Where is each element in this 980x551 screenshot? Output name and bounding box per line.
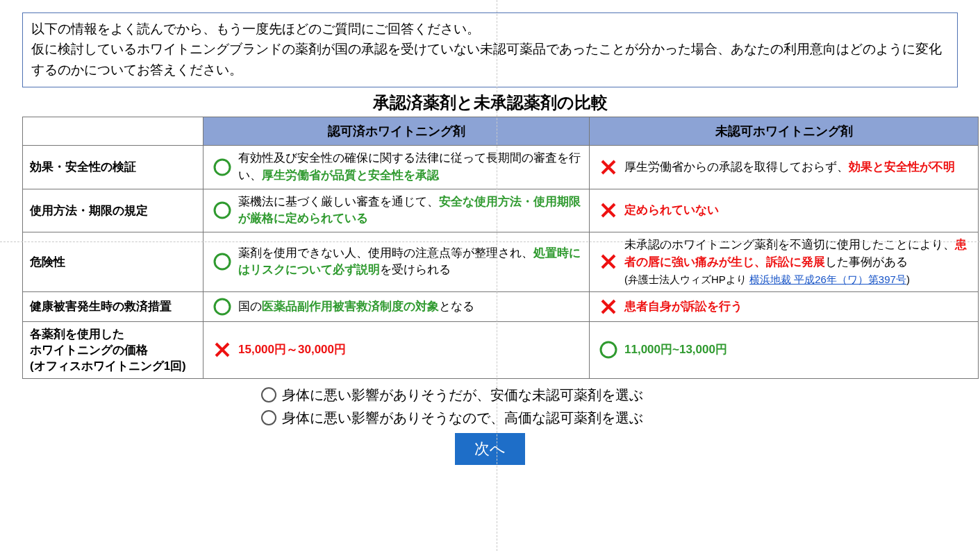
cell-relief-approved: 国の医薬品副作用被害救済制度の対象となる <box>210 296 582 317</box>
page: 以下の情報をよく読んでから、もう一度先ほどのご質問にご回答ください。 仮に検討し… <box>0 0 980 551</box>
header-approved: 認可済ホワイトニング剤 <box>204 117 590 146</box>
comparison-title: 承認済薬剤と未承認薬剤の比較 <box>22 92 958 114</box>
comparison-table: 認可済ホワイトニング剤 未認可ホワイトニング剤 効果・安全性の検証 有効性及び安… <box>22 117 979 379</box>
svg-point-0 <box>215 160 230 175</box>
cell-danger-unapproved: 未承認のホワイトニング薬剤を不適切に使用したことにより、患者の唇に強い痛みが生じ… <box>597 237 971 287</box>
svg-point-3 <box>215 299 230 314</box>
circle-icon <box>597 339 620 360</box>
cell-text: 定められていない <box>624 202 971 219</box>
cross-icon <box>597 297 620 316</box>
cell-text: 11,000円~13,000円 <box>624 341 971 359</box>
option-cheap-unapproved[interactable]: 身体に悪い影響がありそうだが、安価な未認可薬剤を選ぶ <box>261 386 720 405</box>
row-label-efficacy: 効果・安全性の検証 <box>23 146 204 189</box>
cell-text: 患者自身が訴訟を行う <box>624 298 971 316</box>
svg-point-4 <box>601 342 616 357</box>
table-row: 使用方法・期限の規定 薬機法に基づく厳しい審査を通じて、安全な使用方法・使用期限… <box>23 189 979 232</box>
cell-text: 未承認のホワイトニング薬剤を不適切に使用したことにより、患者の唇に強い痛みが生じ… <box>624 237 971 287</box>
instruction-box: 以下の情報をよく読んでから、もう一度先ほどのご質問にご回答ください。 仮に検討し… <box>22 12 958 87</box>
radio-icon <box>261 410 276 425</box>
cell-price-unapproved: 11,000円~13,000円 <box>597 339 971 360</box>
cell-usage-approved: 薬機法に基づく厳しい審査を通じて、安全な使用方法・使用期限が厳格に定められている <box>210 194 582 228</box>
cross-icon <box>597 158 620 177</box>
option-label: 身体に悪い影響がありそうなので、高価な認可薬剤を選ぶ <box>282 409 643 427</box>
circle-icon <box>210 251 234 272</box>
option-label: 身体に悪い影響がありそうだが、安価な未認可薬剤を選ぶ <box>282 386 643 405</box>
answer-options: 身体に悪い影響がありそうだが、安価な未認可薬剤を選ぶ 身体に悪い影響がありそうな… <box>261 386 720 427</box>
radio-icon <box>261 387 276 402</box>
header-empty <box>23 117 204 146</box>
cell-efficacy-unapproved: 厚生労働省からの承認を取得しておらず、効果と安全性が不明 <box>597 158 971 177</box>
cell-text: 薬剤を使用できない人、使用時の注意点等が整理され、処置時にはリスクについて必ず説… <box>238 245 582 279</box>
table-row: 効果・安全性の検証 有効性及び安全性の確保に関する法律に従って長期間の審査を行い… <box>23 146 979 189</box>
table-row: 健康被害発生時の救済措置 国の医薬品副作用被害救済制度の対象となる 患者自身が訴… <box>23 291 979 321</box>
cell-text: 有効性及び安全性の確保に関する法律に従って長期間の審査を行い、厚生労働省が品質と… <box>238 150 582 184</box>
guide-vertical <box>497 0 497 551</box>
row-label-relief: 健康被害発生時の救済措置 <box>23 291 204 321</box>
next-button[interactable]: 次へ <box>455 433 525 465</box>
instruction-line1: 以下の情報をよく読んでから、もう一度先ほどのご質問にご回答ください。 <box>31 19 949 39</box>
cross-icon <box>597 252 620 271</box>
cell-text: 薬機法に基づく厳しい審査を通じて、安全な使用方法・使用期限が厳格に定められている <box>238 194 582 228</box>
cell-relief-unapproved: 患者自身が訴訟を行う <box>597 297 971 316</box>
circle-icon <box>210 157 234 178</box>
row-label-usage: 使用方法・期限の規定 <box>23 189 204 232</box>
svg-point-2 <box>215 254 230 269</box>
svg-point-1 <box>215 203 230 218</box>
cell-price-approved: 15,000円～30,000円 <box>210 340 582 359</box>
cell-text: 国の医薬品副作用被害救済制度の対象となる <box>238 298 582 316</box>
citation-link[interactable]: 横浜地裁 平成26年（ワ）第397号 <box>749 273 906 285</box>
circle-icon <box>210 200 234 221</box>
table-row: 各薬剤を使用した ホワイトニングの価格 (オフィスホワイトニング1回) 15,0… <box>23 321 979 378</box>
cell-danger-approved: 薬剤を使用できない人、使用時の注意点等が整理され、処置時にはリスクについて必ず説… <box>210 245 582 279</box>
option-expensive-approved[interactable]: 身体に悪い影響がありそうなので、高価な認可薬剤を選ぶ <box>261 409 720 427</box>
circle-icon <box>210 296 234 317</box>
citation: (弁護士法人ウィズHPより 横浜地裁 平成26年（ワ）第397号) <box>624 272 971 287</box>
cell-text: 厚生労働省からの承認を取得しておらず、効果と安全性が不明 <box>624 159 971 176</box>
cross-icon <box>210 340 234 359</box>
cell-usage-unapproved: 定められていない <box>597 201 971 220</box>
instruction-line2: 仮に検討しているホワイトニングブランドの薬剤が国の承認を受けていない未認可薬品で… <box>31 39 949 80</box>
table-body: 効果・安全性の検証 有効性及び安全性の確保に関する法律に従って長期間の審査を行い… <box>23 146 979 379</box>
cell-text: 15,000円～30,000円 <box>238 341 582 359</box>
header-unapproved: 未認可ホワイトニング剤 <box>590 117 979 146</box>
guide-horizontal <box>0 241 980 242</box>
cell-efficacy-approved: 有効性及び安全性の確保に関する法律に従って長期間の審査を行い、厚生労働省が品質と… <box>210 150 582 184</box>
cross-icon <box>597 201 620 220</box>
row-label-price: 各薬剤を使用した ホワイトニングの価格 (オフィスホワイトニング1回) <box>23 321 204 378</box>
